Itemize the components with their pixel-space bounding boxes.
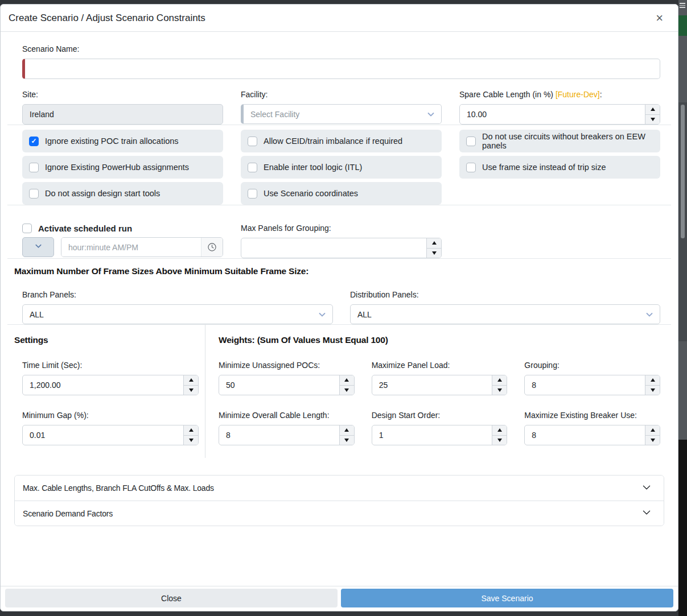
checkbox-no-design-start-tools[interactable]: Do not assign design start tools xyxy=(22,182,223,205)
checkbox-use-scenario-coordinates[interactable]: Use Scenario coordinates xyxy=(241,182,442,205)
checkbox-unchecked-icon[interactable] xyxy=(248,163,257,172)
modal-footer: Close Save Scenario xyxy=(1,586,678,611)
spinner-up-icon[interactable] xyxy=(184,425,198,435)
chevron-down-icon xyxy=(318,310,327,319)
spare-cable-input[interactable] xyxy=(459,104,660,125)
save-scenario-button[interactable]: Save Scenario xyxy=(341,589,673,607)
accordion-group: Max. Cable Lengths, Branch FLA CutOffs &… xyxy=(14,475,664,526)
min-gap-spinner xyxy=(183,425,198,445)
background-menu-icon xyxy=(680,2,685,9)
spinner-up-icon[interactable] xyxy=(492,375,507,385)
distribution-panels-select[interactable]: ALL xyxy=(350,304,660,324)
facility-select[interactable]: Select Facility xyxy=(241,104,442,124)
checkbox-use-frame-size[interactable]: Use frame size instead of trip size xyxy=(459,156,660,179)
modal-body: Scenario Name: Site: Facility: Select Fa… xyxy=(1,32,678,586)
spinner-up-icon[interactable] xyxy=(340,425,354,435)
weight-spinner xyxy=(492,375,507,395)
schedule-time-input[interactable] xyxy=(61,238,201,257)
checkbox-unchecked-icon[interactable] xyxy=(248,137,257,146)
background-page-edge xyxy=(678,0,687,616)
grouping-input[interactable] xyxy=(524,375,660,395)
maximize-breaker-use-label: Maximize Existing Breaker Use: xyxy=(524,411,660,420)
schedule-time-group xyxy=(61,237,223,257)
facility-placeholder: Select Facility xyxy=(250,110,299,119)
spinner-up-icon[interactable] xyxy=(492,425,507,435)
min-gap-input[interactable] xyxy=(22,425,199,445)
chevron-down-icon xyxy=(426,110,435,119)
maximize-panel-load-label: Maximize Panel Load: xyxy=(372,361,508,370)
spinner-up-icon[interactable] xyxy=(340,375,354,385)
max-panels-input[interactable] xyxy=(241,238,442,258)
checkbox-unchecked-icon[interactable] xyxy=(29,189,39,199)
background-dark-area xyxy=(678,440,687,616)
modal-header: Create Scenario / Adjust Scenario Constr… xyxy=(1,5,678,32)
background-highlight-block xyxy=(678,15,687,36)
spinner-down-icon[interactable] xyxy=(645,114,660,125)
checkbox-unchecked-icon[interactable] xyxy=(466,163,476,172)
spare-cable-spinner xyxy=(645,105,660,124)
settings-section: Settings Time Limit (Sec): Minimum Gap (… xyxy=(1,325,205,458)
accordion-demand-factors[interactable]: Scenario Demand Factors xyxy=(15,501,664,526)
site-input xyxy=(22,104,223,125)
checkbox-unchecked-icon[interactable] xyxy=(248,189,257,199)
design-start-order-label: Design Start Order: xyxy=(372,411,508,420)
time-limit-input[interactable] xyxy=(22,375,199,395)
modal-title: Create Scenario / Adjust Scenario Constr… xyxy=(9,13,205,24)
spinner-down-icon[interactable] xyxy=(184,435,198,445)
spinner-down-icon[interactable] xyxy=(645,385,660,395)
divider xyxy=(7,258,671,259)
maximize-panel-load-input[interactable] xyxy=(372,375,508,395)
checkbox-unchecked-icon[interactable] xyxy=(466,137,476,146)
create-scenario-modal: Create Scenario / Adjust Scenario Constr… xyxy=(0,4,678,611)
frame-sizes-heading: Maximum Number Of Frame Sizes Above Mini… xyxy=(14,266,664,276)
minimize-cable-length-input[interactable] xyxy=(219,425,355,445)
spinner-down-icon[interactable] xyxy=(184,385,198,395)
chevron-down-icon xyxy=(641,482,652,494)
close-icon[interactable]: × xyxy=(656,12,663,24)
accordion-cable-lengths[interactable]: Max. Cable Lengths, Branch FLA CutOffs &… xyxy=(15,476,664,501)
minimize-unassigned-pocs-label: Minimize Unassigned POCs: xyxy=(219,361,355,370)
minimize-unassigned-pocs-input[interactable] xyxy=(219,375,355,395)
time-limit-spinner xyxy=(183,375,198,395)
spinner-up-icon[interactable] xyxy=(645,425,660,435)
spinner-down-icon[interactable] xyxy=(340,435,354,445)
checkbox-checked-icon[interactable]: ✓ xyxy=(29,137,39,146)
page-scrollbar-thumb[interactable] xyxy=(681,105,685,238)
divider xyxy=(7,205,671,205)
spinner-up-icon[interactable] xyxy=(645,375,660,385)
scenario-name-input[interactable] xyxy=(22,59,660,79)
clock-icon[interactable] xyxy=(201,238,223,257)
chevron-down-icon xyxy=(34,242,43,253)
weight-spinner xyxy=(339,425,354,445)
divider xyxy=(7,125,671,125)
weights-heading: Weights: (Sum Of Values Must Equal 100) xyxy=(219,335,660,345)
spinner-up-icon[interactable] xyxy=(427,238,441,248)
spinner-up-icon[interactable] xyxy=(645,105,660,114)
checkbox-enable-itl[interactable]: Enable inter tool logic (ITL) xyxy=(241,156,442,179)
branch-panels-select[interactable]: ALL xyxy=(22,304,333,324)
spinner-down-icon[interactable] xyxy=(492,435,507,445)
checkbox-unchecked-icon[interactable] xyxy=(22,224,32,233)
future-dev-tag: [Future-Dev] xyxy=(556,90,600,99)
weight-spinner xyxy=(645,375,660,395)
spinner-down-icon[interactable] xyxy=(427,248,441,258)
spinner-down-icon[interactable] xyxy=(645,435,660,445)
distribution-panels-value: ALL xyxy=(357,310,372,319)
spinner-down-icon[interactable] xyxy=(340,385,354,395)
facility-label: Facility: xyxy=(241,90,442,99)
branch-panels-label: Branch Panels: xyxy=(22,290,333,299)
checkbox-ignore-poc-train[interactable]: ✓ Ignore existing POC train allocations xyxy=(22,130,223,152)
checkbox-unchecked-icon[interactable] xyxy=(29,163,39,172)
schedule-frequency-select[interactable] xyxy=(22,237,54,257)
close-button[interactable]: Close xyxy=(5,589,338,607)
checkbox-allow-ceid-imbalance[interactable]: Allow CEID/train imbalance if required xyxy=(241,130,442,152)
spinner-up-icon[interactable] xyxy=(184,375,198,385)
maximize-breaker-use-input[interactable] xyxy=(524,425,660,445)
checkbox-ignore-powerhub[interactable]: Ignore Existing PowerHub assignments xyxy=(22,156,223,179)
checkbox-no-circuits-without-breakers[interactable]: Do not use circuits without breakers on … xyxy=(459,130,660,152)
spinner-down-icon[interactable] xyxy=(492,385,507,395)
grouping-label: Grouping: xyxy=(524,361,660,370)
max-panels-label: Max Panels for Grouping: xyxy=(241,224,442,233)
design-start-order-input[interactable] xyxy=(372,425,508,445)
chevron-down-icon xyxy=(641,507,652,519)
